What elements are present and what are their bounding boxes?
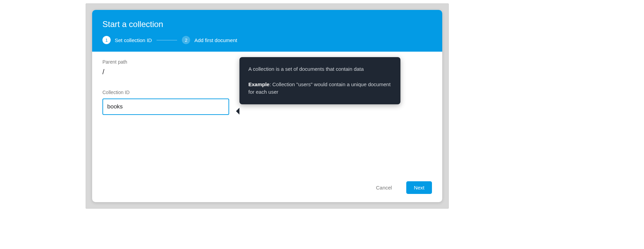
dialog-backdrop: Start a collection 1 Set collection ID 2…	[86, 3, 449, 209]
step-set-collection-id[interactable]: 1 Set collection ID	[102, 36, 152, 44]
dialog-title: Start a collection	[102, 19, 432, 29]
tooltip-example-label: Example	[248, 81, 270, 87]
tooltip-example: Example: Collection "users" would contai…	[248, 81, 392, 96]
start-collection-dialog: Start a collection 1 Set collection ID 2…	[92, 10, 442, 202]
collection-tooltip: A collection is a set of documents that …	[239, 57, 400, 104]
step-label-1: Set collection ID	[115, 37, 152, 43]
stepper: 1 Set collection ID 2 Add first document	[102, 36, 432, 44]
cancel-button[interactable]: Cancel	[368, 181, 399, 194]
tooltip-description: A collection is a set of documents that …	[248, 65, 392, 73]
step-badge-1: 1	[102, 36, 111, 44]
tooltip-example-text: : Collection "users" would contain a uni…	[248, 81, 391, 95]
dialog-header: Start a collection 1 Set collection ID 2…	[92, 10, 442, 52]
step-badge-2: 2	[182, 36, 190, 44]
dialog-footer: Cancel Next	[92, 175, 442, 202]
dialog-body: Parent path / Collection ID A collection…	[92, 52, 442, 175]
next-button[interactable]: Next	[406, 181, 432, 194]
step-add-first-document[interactable]: 2 Add first document	[182, 36, 237, 44]
step-connector	[157, 40, 177, 40]
step-label-2: Add first document	[194, 37, 237, 43]
collection-id-input[interactable]	[102, 99, 229, 115]
